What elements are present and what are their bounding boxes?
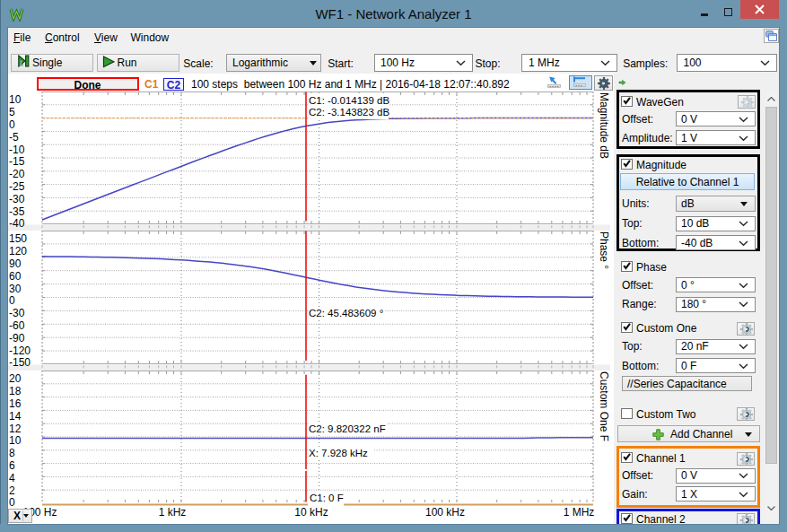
svg-text:0: 0 xyxy=(9,294,15,307)
svg-text:5: 5 xyxy=(9,106,15,118)
svg-text:1: 1 xyxy=(18,58,22,67)
svg-text:-20: -20 xyxy=(9,168,25,180)
svg-text:-120: -120 xyxy=(9,344,31,357)
svg-text:14: 14 xyxy=(9,410,22,423)
svg-text:12: 12 xyxy=(9,423,22,435)
svg-text:0: 0 xyxy=(9,118,15,131)
svg-text:-30: -30 xyxy=(9,193,25,205)
svg-text:X: 7.928 kHz: X: 7.928 kHz xyxy=(309,448,368,458)
svg-text:18: 18 xyxy=(9,385,22,397)
svg-text:8: 8 xyxy=(9,447,15,459)
svg-text:Phase °: Phase ° xyxy=(598,231,610,269)
svg-text:30: 30 xyxy=(9,283,22,295)
svg-text:10: 10 xyxy=(9,434,22,447)
svg-text:150: 150 xyxy=(9,232,27,245)
svg-text:60: 60 xyxy=(9,270,22,283)
svg-text:-35: -35 xyxy=(9,205,25,218)
svg-text:C1: 0 F: C1: 0 F xyxy=(310,493,344,503)
svg-text:-90: -90 xyxy=(9,332,25,344)
svg-text:100 kHz: 100 kHz xyxy=(425,506,465,519)
svg-text:0: 0 xyxy=(9,496,15,509)
svg-text:4: 4 xyxy=(9,472,15,484)
svg-text:1 kHz: 1 kHz xyxy=(159,506,187,519)
svg-text:-25: -25 xyxy=(9,180,25,193)
svg-text:-10: -10 xyxy=(9,144,25,156)
svg-text:-30: -30 xyxy=(9,307,25,319)
svg-text:10 kHz: 10 kHz xyxy=(294,506,328,519)
svg-text:120: 120 xyxy=(9,245,27,257)
svg-text:C2: -3.143823 dB: C2: -3.143823 dB xyxy=(309,107,389,118)
svg-text:C2: 9.820322 nF: C2: 9.820322 nF xyxy=(309,423,386,434)
svg-text:C2: 45.483609 °: C2: 45.483609 ° xyxy=(309,308,383,318)
svg-text:16: 16 xyxy=(9,397,22,410)
svg-text:-150: -150 xyxy=(9,356,31,369)
svg-text:1 MHz: 1 MHz xyxy=(564,506,595,519)
svg-text:20: 20 xyxy=(9,372,22,385)
svg-text:-15: -15 xyxy=(9,155,25,168)
svg-text:Custom One F: Custom One F xyxy=(598,371,610,441)
svg-text:2: 2 xyxy=(9,484,15,497)
svg-text:-5: -5 xyxy=(9,131,19,144)
svg-text:-40: -40 xyxy=(9,217,25,230)
svg-text:Magnitude dB: Magnitude dB xyxy=(598,92,610,159)
svg-text:C1: -0.014139 dB: C1: -0.014139 dB xyxy=(309,95,389,106)
svg-text:-60: -60 xyxy=(9,319,25,332)
svg-text:90: 90 xyxy=(9,257,22,270)
svg-text:6: 6 xyxy=(9,459,15,472)
svg-text:10: 10 xyxy=(9,93,22,106)
